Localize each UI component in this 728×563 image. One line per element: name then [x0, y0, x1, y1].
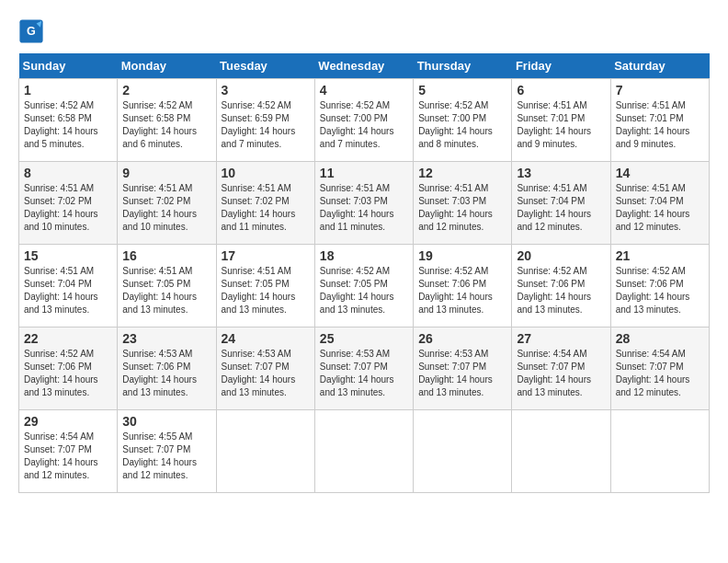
calendar-cell: [414, 410, 512, 493]
day-info: Sunrise: 4:51 AMSunset: 7:01 PMDaylight:…: [517, 99, 605, 151]
calendar-cell: 28Sunrise: 4:54 AMSunset: 7:07 PMDayligh…: [610, 327, 709, 410]
calendar-cell: 24Sunrise: 4:53 AMSunset: 7:07 PMDayligh…: [216, 327, 314, 410]
day-info: Sunrise: 4:54 AMSunset: 7:07 PMDaylight:…: [616, 348, 704, 399]
day-number: 6: [517, 83, 605, 98]
calendar-cell: 9Sunrise: 4:51 AMSunset: 7:02 PMDaylight…: [118, 162, 216, 245]
calendar-cell: [610, 410, 709, 493]
calendar-cell: [314, 410, 413, 493]
day-info: Sunrise: 4:52 AMSunset: 7:00 PMDaylight:…: [320, 99, 408, 151]
day-number: 11: [320, 166, 408, 180]
day-info: Sunrise: 4:55 AMSunset: 7:07 PMDaylight:…: [122, 431, 210, 482]
day-info: Sunrise: 4:51 AMSunset: 7:03 PMDaylight:…: [320, 182, 408, 234]
day-info: Sunrise: 4:51 AMSunset: 7:02 PMDaylight:…: [222, 182, 310, 234]
day-info: Sunrise: 4:52 AMSunset: 7:00 PMDaylight:…: [418, 99, 506, 151]
header-thursday: Thursday: [414, 53, 512, 79]
header-monday: Monday: [118, 53, 216, 79]
calendar-cell: 14Sunrise: 4:51 AMSunset: 7:04 PMDayligh…: [610, 162, 709, 245]
calendar-week-1: 1Sunrise: 4:52 AMSunset: 6:58 PMDaylight…: [19, 79, 710, 162]
calendar-cell: 11Sunrise: 4:51 AMSunset: 7:03 PMDayligh…: [314, 162, 413, 245]
calendar-cell: [216, 410, 314, 493]
day-number: 1: [24, 83, 112, 98]
day-info: Sunrise: 4:52 AMSunset: 6:59 PMDaylight:…: [222, 99, 310, 151]
day-info: Sunrise: 4:54 AMSunset: 7:07 PMDaylight:…: [24, 431, 112, 482]
day-number: 21: [616, 248, 704, 263]
calendar-week-5: 29Sunrise: 4:54 AMSunset: 7:07 PMDayligh…: [19, 410, 710, 493]
calendar-cell: 2Sunrise: 4:52 AMSunset: 6:58 PMDaylight…: [118, 79, 216, 162]
calendar-cell: 30Sunrise: 4:55 AMSunset: 7:07 PMDayligh…: [118, 410, 216, 493]
calendar-week-4: 22Sunrise: 4:52 AMSunset: 7:06 PMDayligh…: [19, 327, 710, 410]
calendar-cell: [512, 410, 610, 493]
day-number: 22: [24, 331, 112, 346]
day-number: 10: [222, 166, 310, 180]
day-info: Sunrise: 4:54 AMSunset: 7:07 PMDaylight:…: [517, 348, 605, 399]
day-number: 8: [24, 166, 112, 180]
day-number: 18: [320, 248, 408, 263]
day-number: 3: [222, 83, 310, 98]
calendar-cell: 13Sunrise: 4:51 AMSunset: 7:04 PMDayligh…: [512, 162, 610, 245]
calendar-cell: 20Sunrise: 4:52 AMSunset: 7:06 PMDayligh…: [512, 245, 610, 327]
day-number: 5: [418, 83, 506, 98]
calendar-cell: 19Sunrise: 4:52 AMSunset: 7:06 PMDayligh…: [414, 245, 512, 327]
day-number: 13: [517, 166, 605, 180]
day-info: Sunrise: 4:52 AMSunset: 7:06 PMDaylight:…: [616, 265, 704, 316]
day-number: 9: [122, 166, 210, 180]
calendar-cell: 1Sunrise: 4:52 AMSunset: 6:58 PMDaylight…: [19, 79, 118, 162]
day-info: Sunrise: 4:53 AMSunset: 7:06 PMDaylight:…: [122, 348, 210, 399]
day-info: Sunrise: 4:51 AMSunset: 7:05 PMDaylight:…: [222, 265, 310, 316]
calendar-cell: 12Sunrise: 4:51 AMSunset: 7:03 PMDayligh…: [414, 162, 512, 245]
calendar-week-3: 15Sunrise: 4:51 AMSunset: 7:04 PMDayligh…: [19, 245, 710, 327]
day-info: Sunrise: 4:51 AMSunset: 7:01 PMDaylight:…: [616, 99, 704, 151]
day-number: 30: [122, 414, 210, 429]
calendar-cell: 6Sunrise: 4:51 AMSunset: 7:01 PMDaylight…: [512, 79, 610, 162]
day-info: Sunrise: 4:52 AMSunset: 6:58 PMDaylight:…: [122, 99, 210, 151]
day-info: Sunrise: 4:51 AMSunset: 7:02 PMDaylight:…: [24, 182, 112, 234]
day-number: 29: [24, 414, 112, 429]
calendar-cell: 15Sunrise: 4:51 AMSunset: 7:04 PMDayligh…: [19, 245, 118, 327]
day-number: 23: [122, 331, 210, 346]
logo: G: [18, 18, 48, 44]
calendar-cell: 29Sunrise: 4:54 AMSunset: 7:07 PMDayligh…: [19, 410, 118, 493]
calendar-table: SundayMondayTuesdayWednesdayThursdayFrid…: [18, 53, 710, 493]
day-number: 26: [418, 331, 506, 346]
day-info: Sunrise: 4:53 AMSunset: 7:07 PMDaylight:…: [320, 348, 408, 399]
header-friday: Friday: [512, 53, 610, 79]
calendar-cell: 23Sunrise: 4:53 AMSunset: 7:06 PMDayligh…: [118, 327, 216, 410]
calendar-cell: 18Sunrise: 4:52 AMSunset: 7:05 PMDayligh…: [314, 245, 413, 327]
day-info: Sunrise: 4:52 AMSunset: 7:06 PMDaylight:…: [418, 265, 506, 316]
day-number: 19: [418, 248, 506, 263]
day-info: Sunrise: 4:52 AMSunset: 7:06 PMDaylight:…: [517, 265, 605, 316]
day-info: Sunrise: 4:51 AMSunset: 7:02 PMDaylight:…: [122, 182, 210, 234]
calendar-cell: 3Sunrise: 4:52 AMSunset: 6:59 PMDaylight…: [216, 79, 314, 162]
day-number: 15: [24, 248, 112, 263]
calendar-cell: 7Sunrise: 4:51 AMSunset: 7:01 PMDaylight…: [610, 79, 709, 162]
day-number: 27: [517, 331, 605, 346]
calendar-cell: 21Sunrise: 4:52 AMSunset: 7:06 PMDayligh…: [610, 245, 709, 327]
calendar-cell: 10Sunrise: 4:51 AMSunset: 7:02 PMDayligh…: [216, 162, 314, 245]
day-number: 7: [616, 83, 704, 98]
day-info: Sunrise: 4:51 AMSunset: 7:04 PMDaylight:…: [616, 182, 704, 234]
calendar-cell: 25Sunrise: 4:53 AMSunset: 7:07 PMDayligh…: [314, 327, 413, 410]
calendar-cell: 27Sunrise: 4:54 AMSunset: 7:07 PMDayligh…: [512, 327, 610, 410]
day-info: Sunrise: 4:51 AMSunset: 7:04 PMDaylight:…: [24, 265, 112, 316]
day-number: 24: [222, 331, 310, 346]
day-number: 12: [418, 166, 506, 180]
calendar-cell: 16Sunrise: 4:51 AMSunset: 7:05 PMDayligh…: [118, 245, 216, 327]
day-number: 2: [122, 83, 210, 98]
calendar-cell: 26Sunrise: 4:53 AMSunset: 7:07 PMDayligh…: [414, 327, 512, 410]
day-info: Sunrise: 4:51 AMSunset: 7:03 PMDaylight:…: [418, 182, 506, 234]
day-number: 28: [616, 331, 704, 346]
day-info: Sunrise: 4:52 AMSunset: 7:06 PMDaylight:…: [24, 348, 112, 399]
day-info: Sunrise: 4:51 AMSunset: 7:05 PMDaylight:…: [122, 265, 210, 316]
calendar-cell: 4Sunrise: 4:52 AMSunset: 7:00 PMDaylight…: [314, 79, 413, 162]
header-saturday: Saturday: [610, 53, 709, 79]
calendar-header-row: SundayMondayTuesdayWednesdayThursdayFrid…: [19, 53, 710, 79]
day-info: Sunrise: 4:52 AMSunset: 6:58 PMDaylight:…: [24, 99, 112, 151]
calendar-week-2: 8Sunrise: 4:51 AMSunset: 7:02 PMDaylight…: [19, 162, 710, 245]
svg-text:G: G: [27, 25, 36, 38]
calendar-cell: 22Sunrise: 4:52 AMSunset: 7:06 PMDayligh…: [19, 327, 118, 410]
calendar-cell: 17Sunrise: 4:51 AMSunset: 7:05 PMDayligh…: [216, 245, 314, 327]
header-wednesday: Wednesday: [314, 53, 413, 79]
day-number: 16: [122, 248, 210, 263]
day-info: Sunrise: 4:53 AMSunset: 7:07 PMDaylight:…: [222, 348, 310, 399]
calendar-cell: 5Sunrise: 4:52 AMSunset: 7:00 PMDaylight…: [414, 79, 512, 162]
